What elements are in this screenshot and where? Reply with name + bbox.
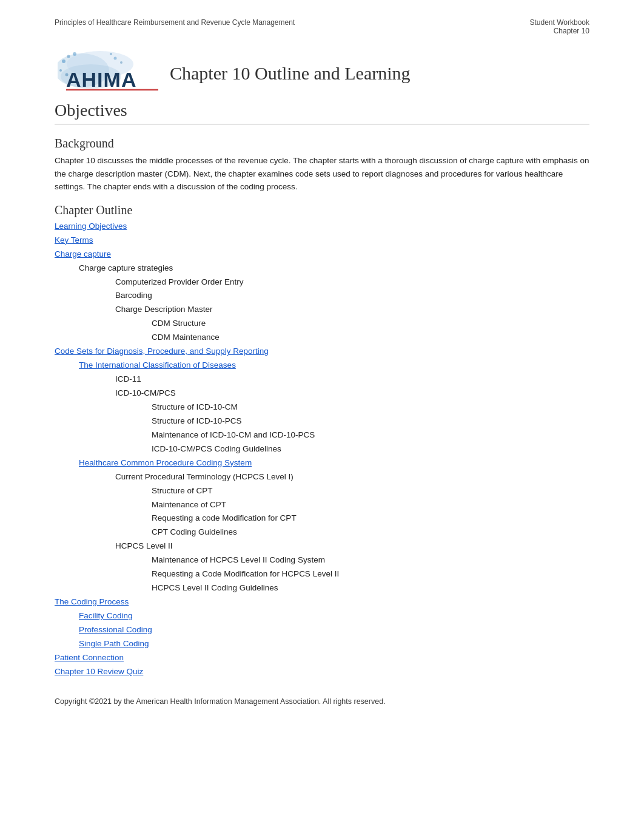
- outline-item: Maintenance of HCPCS Level II Coding Sys…: [55, 553, 589, 567]
- title-divider: [55, 124, 589, 124]
- svg-point-3: [62, 59, 65, 63]
- outline-link[interactable]: The Coding Process: [55, 597, 129, 606]
- outline-item: HCPCS Level II: [55, 539, 589, 553]
- outline-item: HCPCS Level II Coding Guidelines: [55, 581, 589, 595]
- outline-item: Structure of ICD-10-PCS: [55, 414, 589, 428]
- outline-item: ICD-10-CM/PCS Coding Guidelines: [55, 442, 589, 456]
- outline-item: Healthcare Common Procedure Coding Syste…: [55, 456, 589, 470]
- outline-item: Professional Coding: [55, 623, 589, 637]
- outline-link[interactable]: The International Classification of Dise…: [79, 360, 236, 370]
- svg-point-5: [73, 52, 76, 56]
- objectives-title: Objectives: [55, 101, 589, 120]
- outline-link[interactable]: Professional Coding: [79, 625, 152, 634]
- header-left: Principles of Healthcare Reimbursement a…: [55, 18, 295, 27]
- svg-point-4: [67, 55, 70, 58]
- outline-item: CDM Structure: [55, 317, 589, 331]
- outline-item: Charge Description Master: [55, 303, 589, 317]
- svg-text:AHIMA: AHIMA: [66, 68, 136, 91]
- outline-item: Charge capture: [55, 248, 589, 262]
- outline-item: ICD-10-CM/PCS: [55, 387, 589, 401]
- logo-title-row: AHIMA Chapter 10 Outline and Learning: [55, 46, 589, 101]
- outline-link[interactable]: Code Sets for Diagnosis, Procedure, and …: [55, 347, 269, 356]
- outline-item: Computerized Provider Order Entry: [55, 276, 589, 289]
- outline-link[interactable]: Chapter 10 Review Quiz: [55, 667, 143, 676]
- outline-link[interactable]: Learning Objectives: [55, 221, 127, 231]
- outline-link[interactable]: Healthcare Common Procedure Coding Syste…: [79, 458, 252, 467]
- outline-item: CDM Maintenance: [55, 331, 589, 345]
- outline-item: Structure of ICD-10-CM: [55, 401, 589, 414]
- svg-point-8: [114, 57, 117, 60]
- header-right-line2: Chapter 10: [529, 27, 589, 35]
- outline-item: Requesting a Code Modification for HCPCS…: [55, 567, 589, 581]
- outline-item: Maintenance of CPT: [55, 498, 589, 512]
- svg-point-6: [59, 69, 62, 72]
- background-heading: Background: [55, 137, 589, 150]
- outline-item: The International Classification of Dise…: [55, 359, 589, 373]
- outline-item: Chapter 10 Review Quiz: [55, 665, 589, 679]
- svg-point-10: [120, 61, 122, 64]
- background-section: Background Chapter 10 discusses the midd…: [55, 137, 589, 194]
- copyright-text: Copyright ©2021 by the American Health I…: [55, 697, 589, 706]
- outline-link[interactable]: Facility Coding: [79, 611, 133, 620]
- chapter-main-title: Chapter 10 Outline and Learning: [170, 63, 589, 84]
- objectives-title-area: Objectives: [55, 101, 589, 124]
- outline-section: Chapter Outline Learning ObjectivesKey T…: [55, 203, 589, 679]
- svg-point-9: [110, 53, 112, 55]
- outline-item: Barcoding: [55, 289, 589, 303]
- outline-heading: Chapter Outline: [55, 203, 589, 217]
- outline-link[interactable]: Charge capture: [55, 249, 111, 259]
- header-right: Student Workbook Chapter 10: [529, 18, 589, 35]
- outline-item: Facility Coding: [55, 609, 589, 623]
- outline-item: Patient Connection: [55, 651, 589, 665]
- outline-link[interactable]: Single Path Coding: [79, 639, 149, 648]
- chapter-title-block: Chapter 10 Outline and Learning: [170, 63, 589, 84]
- ahima-logo: AHIMA: [58, 49, 167, 98]
- outline-item: CPT Coding Guidelines: [55, 526, 589, 539]
- outline-item: Maintenance of ICD-10-CM and ICD-10-PCS: [55, 428, 589, 442]
- outline-link[interactable]: Key Terms: [55, 235, 93, 245]
- outline-item: Code Sets for Diagnosis, Procedure, and …: [55, 345, 589, 359]
- outline-item: ICD-11: [55, 373, 589, 387]
- outline-item: The Coding Process: [55, 595, 589, 609]
- logo-area: AHIMA: [55, 46, 170, 101]
- outline-item: Key Terms: [55, 234, 589, 248]
- outline-item: Current Procedural Terminology (HCPCS Le…: [55, 470, 589, 484]
- outline-item: Learning Objectives: [55, 220, 589, 234]
- outline-link[interactable]: Patient Connection: [55, 653, 124, 662]
- outline-item: Requesting a code Modification for CPT: [55, 512, 589, 526]
- page: Principles of Healthcare Reimbursement a…: [0, 0, 644, 835]
- page-header: Principles of Healthcare Reimbursement a…: [55, 18, 589, 35]
- background-text: Chapter 10 discusses the middle processe…: [55, 154, 589, 194]
- outline-item: Single Path Coding: [55, 637, 589, 651]
- outline-item: Structure of CPT: [55, 484, 589, 498]
- outline-list: Learning ObjectivesKey TermsCharge captu…: [55, 220, 589, 679]
- outline-item: Charge capture strategies: [55, 262, 589, 276]
- header-right-line1: Student Workbook: [529, 18, 589, 27]
